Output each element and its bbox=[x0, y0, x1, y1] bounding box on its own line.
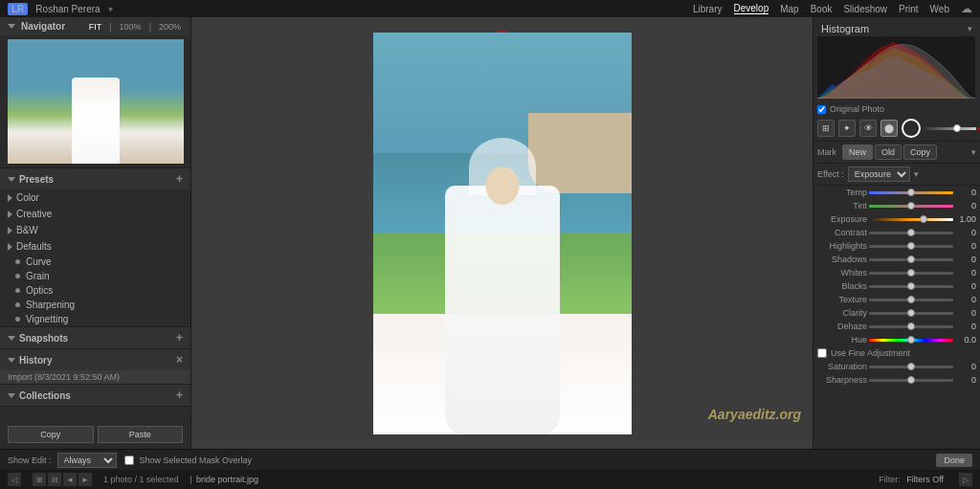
slider-value-saturation: 0 bbox=[955, 362, 976, 371]
mask-tab-old[interactable]: Old bbox=[875, 144, 902, 160]
overlay-checkbox[interactable] bbox=[124, 456, 134, 465]
mask-tab-arrow[interactable]: ▾ bbox=[971, 147, 976, 157]
menu-web[interactable]: Web bbox=[930, 4, 949, 14]
slider-thumb-texture[interactable] bbox=[907, 296, 915, 303]
preset-item-grain[interactable]: Grain bbox=[0, 269, 190, 283]
slider-thumb-sharpness[interactable] bbox=[907, 376, 915, 384]
preset-group-bw[interactable]: B&W bbox=[0, 222, 190, 238]
slider-track-shadows[interactable] bbox=[869, 258, 953, 261]
slider-thumb-clarity[interactable] bbox=[907, 309, 915, 317]
slider-track-temp[interactable] bbox=[869, 191, 953, 194]
navigator-header[interactable]: Navigator FIT | 100% | 200% bbox=[0, 17, 190, 35]
menu-slideshow[interactable]: Slideshow bbox=[843, 4, 887, 14]
preset-group-creative[interactable]: Creative bbox=[0, 206, 190, 222]
slider-track-texture[interactable] bbox=[869, 299, 953, 301]
slider-label-tint: Tint bbox=[817, 201, 867, 211]
photo-bride-dress bbox=[445, 186, 560, 434]
tool-amount-slider[interactable] bbox=[924, 127, 976, 130]
history-header[interactable]: History × bbox=[0, 349, 190, 370]
next-photo-button[interactable]: ► bbox=[78, 473, 92, 486]
zoom-fit[interactable]: FIT bbox=[87, 22, 104, 32]
slider-track-tint[interactable] bbox=[869, 205, 953, 208]
collections-add-button[interactable]: + bbox=[176, 389, 183, 402]
zoom-100[interactable]: 100% bbox=[118, 22, 144, 32]
slider-track-exposure[interactable] bbox=[869, 218, 953, 221]
history-item-import[interactable]: Import (8/3/2021 9:52:50 AM) bbox=[0, 370, 190, 384]
collections-expand-icon bbox=[8, 393, 15, 398]
tool-mask[interactable]: ⬤ bbox=[880, 120, 898, 137]
effect-select[interactable]: Exposure Color Detail bbox=[848, 167, 910, 182]
slider-row-whites: Whites 0 bbox=[813, 266, 980, 279]
prev-photo-button[interactable]: ◄ bbox=[63, 473, 77, 486]
slider-track-clarity[interactable] bbox=[869, 312, 953, 315]
slider-track-contrast[interactable] bbox=[869, 232, 953, 234]
slider-row-sharpness: Sharpness 0 bbox=[813, 373, 980, 387]
tool-crop[interactable]: ⊞ bbox=[817, 120, 835, 137]
histogram-expand-icon[interactable]: ▾ bbox=[968, 24, 972, 33]
collections-title: Collections bbox=[19, 390, 71, 401]
slider-track-dehaze[interactable] bbox=[869, 325, 953, 328]
zoom-200[interactable]: 200% bbox=[157, 22, 183, 32]
tool-heal[interactable]: ✦ bbox=[838, 120, 856, 137]
slider-thumb-temp[interactable] bbox=[907, 189, 915, 196]
slider-thumb-contrast[interactable] bbox=[907, 229, 915, 236]
slider-thumb-shadows[interactable] bbox=[907, 256, 915, 263]
mask-tab-copy[interactable]: Copy bbox=[903, 144, 937, 160]
user-dropdown-icon[interactable]: ▾ bbox=[108, 4, 113, 14]
presets-title: Presets bbox=[19, 174, 54, 185]
done-button[interactable]: Done bbox=[936, 454, 972, 467]
preset-item-sharpening[interactable]: Sharpening bbox=[0, 298, 190, 312]
preset-item-vignetting[interactable]: Vignetting bbox=[0, 312, 190, 326]
slider-track-blacks[interactable] bbox=[869, 285, 953, 288]
slider-thumb-tint[interactable] bbox=[907, 202, 915, 210]
tool-circle-select[interactable] bbox=[902, 119, 921, 138]
slider-track-hue[interactable] bbox=[869, 339, 953, 342]
preset-item-curve[interactable]: Curve bbox=[0, 255, 190, 269]
layout-btn-1[interactable]: ⊞ bbox=[33, 473, 46, 486]
slider-thumb-blacks[interactable] bbox=[907, 282, 915, 290]
preset-group-color[interactable]: Color bbox=[0, 189, 190, 206]
slider-thumb-dehaze[interactable] bbox=[907, 322, 915, 330]
menu-book[interactable]: Book bbox=[811, 4, 833, 14]
tool-redeye[interactable]: 👁 bbox=[859, 120, 877, 137]
collections-section: Collections + bbox=[0, 385, 190, 407]
paste-button[interactable]: Paste bbox=[98, 426, 184, 443]
slider-track-whites[interactable] bbox=[869, 272, 953, 275]
presets-header[interactable]: Presets + bbox=[0, 168, 190, 189]
slider-label-shadows: Shadows bbox=[817, 255, 867, 264]
fine-adjustment-checkbox[interactable] bbox=[817, 348, 827, 358]
slider-track-highlights[interactable] bbox=[869, 245, 953, 248]
snapshots-add-button[interactable]: + bbox=[176, 331, 183, 345]
menu-library[interactable]: Library bbox=[693, 4, 723, 14]
histogram-header: Histogram ▾ bbox=[817, 21, 976, 36]
menu-print[interactable]: Print bbox=[899, 4, 919, 14]
mask-tab-new[interactable]: New bbox=[842, 144, 873, 160]
slider-thumb-exposure[interactable] bbox=[920, 215, 927, 223]
preset-group-defaults-label: Defaults bbox=[16, 241, 52, 252]
presets-items: Curve Grain Optics Sharpening Vignetting bbox=[0, 255, 190, 326]
presets-add-button[interactable]: + bbox=[176, 172, 183, 186]
collections-header[interactable]: Collections + bbox=[0, 385, 190, 406]
slider-thumb-hue[interactable] bbox=[907, 336, 915, 344]
preset-item-optics[interactable]: Optics bbox=[0, 283, 190, 298]
original-photo-checkbox[interactable] bbox=[817, 105, 826, 114]
menu-map[interactable]: Map bbox=[780, 4, 798, 14]
slider-track-sharpness[interactable] bbox=[869, 379, 953, 382]
preset-group-defaults[interactable]: Defaults bbox=[0, 238, 190, 255]
slider-row-shadows: Shadows 0 bbox=[813, 253, 980, 266]
history-close-button[interactable]: × bbox=[176, 353, 183, 367]
copy-button[interactable]: Copy bbox=[8, 426, 94, 443]
panel-left-toggle[interactable]: ◁ bbox=[8, 473, 21, 486]
menu-develop[interactable]: Develop bbox=[734, 3, 769, 14]
slider-thumb-highlights[interactable] bbox=[907, 242, 915, 250]
slider-track-saturation[interactable] bbox=[869, 366, 953, 368]
navigator-section: Navigator FIT | 100% | 200% bbox=[0, 17, 190, 168]
layout-btn-2[interactable]: ⊟ bbox=[48, 473, 61, 486]
navigator-thumb-bg bbox=[8, 39, 184, 164]
slider-row-exposure: Exposure 1.00 bbox=[813, 212, 980, 226]
show-edit-select[interactable]: Always Never Selected bbox=[57, 453, 117, 468]
snapshots-header[interactable]: Snapshots + bbox=[0, 327, 190, 348]
panel-right-toggle[interactable]: ▷ bbox=[959, 473, 972, 486]
slider-thumb-whites[interactable] bbox=[907, 269, 915, 277]
slider-thumb-saturation[interactable] bbox=[907, 363, 915, 370]
